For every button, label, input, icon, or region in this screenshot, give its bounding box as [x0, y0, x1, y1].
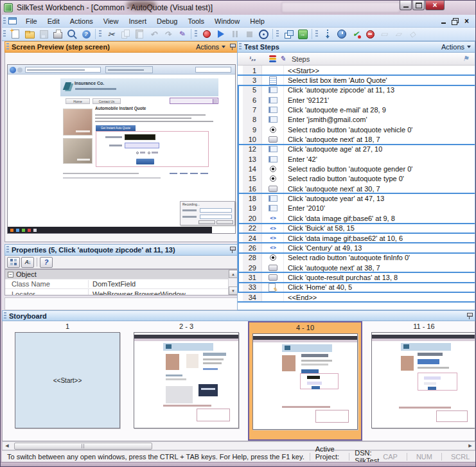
cut-button[interactable] [105, 28, 118, 40]
toolbar-grip[interactable] [3, 30, 6, 38]
toolbar-grip[interactable] [195, 30, 197, 38]
disable-step-button[interactable] [364, 28, 376, 40]
maximize-button[interactable] [412, 1, 425, 10]
panel-grip[interactable] [239, 43, 242, 51]
storyboard-frame-2-3[interactable]: 2 - 3 [129, 321, 243, 441]
new-file-button[interactable] [9, 28, 22, 40]
play-button[interactable] [215, 28, 227, 40]
property-value[interactable]: DomTextField [89, 280, 238, 288]
property-value[interactable]: WebBrowser.BrowserWindow [89, 289, 238, 295]
storyboard-frame-11-16[interactable]: 11 - 16 [367, 321, 475, 441]
scroll-left-icon[interactable]: ◀ [3, 442, 12, 450]
test-step-row[interactable]: 12 Click 'autoquote age' at 27, 10 [238, 145, 475, 154]
property-help-button[interactable] [40, 257, 53, 268]
run-to-step-button[interactable] [321, 28, 334, 40]
pin-icon[interactable] [229, 43, 235, 51]
pin-icon[interactable] [229, 246, 235, 254]
test-step-row[interactable]: 7 Click 'autoquote e-mail' at 28, 9 [238, 105, 475, 114]
menu-view[interactable]: View [98, 16, 124, 26]
screen-preview-header[interactable]: Screen Preview (step screen) Actions [4, 41, 238, 53]
menu-help[interactable]: Help [245, 16, 270, 26]
test-step-row[interactable]: 34 <<End>> [238, 292, 475, 302]
toolbar-grip[interactable] [99, 30, 101, 38]
frame-thumbnail[interactable] [134, 332, 239, 428]
test-step-row[interactable]: 31 Click 'quote-result purchas' at 13, 8 [238, 272, 475, 282]
scroll-right-icon[interactable]: ▶ [466, 442, 475, 450]
test-step-row[interactable]: 3 Select list box item 'Auto Quote' [238, 75, 475, 85]
test-step-row[interactable]: 10 Click 'autoquote next' at 18, 7 [238, 134, 475, 144]
close-button[interactable] [425, 1, 445, 10]
test-step-row[interactable]: 28 Select radio button 'autoquote finInf… [238, 253, 475, 263]
properties-header[interactable]: Properties (5, Click 'autoquote zipcode'… [4, 244, 238, 256]
mdi-restore-button[interactable] [450, 17, 460, 25]
storyboard-frame-1[interactable]: 1 <<Start>> [10, 321, 125, 441]
menu-actions[interactable]: Actions [65, 16, 98, 26]
test-step-row[interactable]: 6 Enter '92121' [238, 95, 475, 105]
record-button[interactable] [200, 28, 213, 40]
flag-icon[interactable] [461, 55, 471, 64]
menu-edit[interactable]: Edit [42, 16, 65, 26]
format-brush-button[interactable] [175, 28, 188, 40]
frame-thumbnail[interactable] [371, 332, 475, 428]
storyboard-header[interactable]: Storyboard [2, 310, 475, 321]
toolbar-grip[interactable] [276, 30, 279, 38]
scroll-up-icon[interactable]: ▲ [229, 270, 238, 278]
panel-grip[interactable] [4, 312, 6, 320]
menu-insert[interactable]: Insert [123, 16, 152, 26]
test-step-row[interactable]: 14 Select radio button 'autoquote gender… [238, 164, 475, 173]
sort-alphabetical-button[interactable] [21, 257, 34, 268]
storyboard-scrollbar[interactable]: ◀ ▶ [2, 441, 475, 450]
test-step-row[interactable]: 29 Click 'autoquote next' at 38, 7 [238, 263, 475, 272]
frame-thumbnail[interactable]: <<Start>> [15, 332, 120, 428]
help-button[interactable] [80, 28, 93, 40]
test-step-row[interactable]: 1 <<Start>> [238, 66, 475, 75]
panel-grip[interactable] [6, 43, 9, 51]
menu-debug[interactable]: Debug [152, 16, 182, 26]
new-window-button[interactable] [282, 28, 295, 40]
test-steps-header[interactable]: Test Steps Actions [237, 41, 475, 53]
timer-button[interactable] [335, 28, 348, 40]
menubar-grip[interactable] [3, 17, 6, 25]
properties-scrollbar[interactable]: ▲ ▼ [228, 270, 238, 295]
property-row-clipped[interactable]: Locator WebBrowser.BrowserWindow [5, 289, 238, 295]
storyboard-frame-4-10[interactable]: 4 - 10 [248, 321, 362, 441]
property-row[interactable]: Class Name DomTextField [5, 279, 238, 289]
test-step-row[interactable]: 22 Click 'Buick' at 58, 15 [238, 224, 475, 233]
test-step-row[interactable]: 20 Click 'data image gif;base6' at 9, 8 [238, 213, 475, 223]
open-folder-button[interactable] [23, 28, 36, 40]
identify-object-button[interactable] [257, 28, 270, 40]
test-step-row[interactable]: 5 Click 'autoquote zipcode' at 11, 13 [238, 85, 475, 95]
toolbar-grip[interactable] [315, 30, 318, 38]
collapse-icon[interactable]: − [8, 272, 13, 278]
print-button[interactable] [51, 28, 64, 40]
panel-grip[interactable] [6, 246, 9, 254]
test-step-row[interactable]: 9 Select radio button 'autoquote vehicle… [238, 125, 475, 134]
test-step-row[interactable]: 24 Click 'data image gif;base62' at 10, … [238, 233, 475, 243]
categorized-view-button[interactable] [7, 257, 20, 268]
print-preview-button[interactable] [66, 28, 78, 40]
verification-button[interactable] [349, 28, 362, 40]
test-step-row[interactable]: 15 Select radio button 'autoquote type 0… [238, 174, 475, 184]
mdi-minimize-button[interactable] [439, 17, 448, 25]
menu-file[interactable]: File [21, 16, 42, 26]
export-button[interactable] [296, 28, 309, 40]
minimize-button[interactable] [400, 1, 412, 10]
pin-icon[interactable] [466, 312, 472, 320]
test-step-row[interactable]: 8 Enter 'jsmith@gmail.com' [238, 115, 475, 125]
menu-tools[interactable]: Tools [182, 16, 209, 26]
test-step-row[interactable]: 26 Click 'Century' at 49, 13 [238, 243, 475, 252]
test-step-row[interactable]: 18 Click 'autoquote year' at 47, 13 [238, 193, 475, 203]
test-step-row[interactable]: 13 Enter '42' [238, 154, 475, 164]
menu-window[interactable]: Window [209, 16, 245, 26]
test-step-row[interactable]: 16 Click 'autoquote next' at 30, 7 [238, 184, 475, 193]
mdi-document-icon[interactable] [8, 17, 17, 24]
test-step-row[interactable]: 19 Enter '2010' [238, 204, 475, 213]
test-step-row[interactable]: 33 Click 'Home' at 40, 5 [238, 283, 475, 292]
steps-column-header[interactable]: Steps [238, 53, 475, 66]
scroll-down-icon[interactable]: ▼ [229, 286, 238, 295]
test-steps-actions-button[interactable]: Actions [441, 43, 471, 51]
screen-preview-actions-button[interactable]: Actions [196, 43, 225, 51]
property-category-row[interactable]: − Object [5, 270, 238, 279]
scrollbar-thumb[interactable] [14, 443, 152, 450]
frame-thumbnail[interactable] [252, 333, 358, 430]
